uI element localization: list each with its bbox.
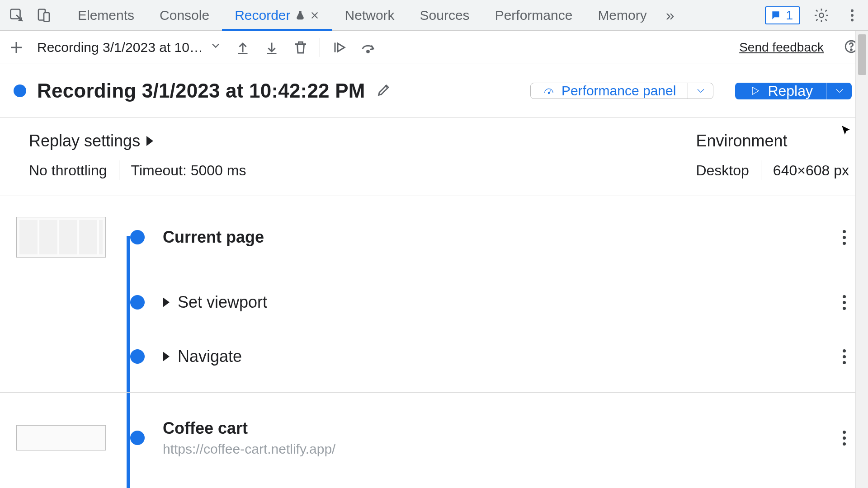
environment-device: Desktop bbox=[696, 162, 749, 179]
performance-panel-caret[interactable] bbox=[688, 83, 713, 99]
svg-rect-2 bbox=[44, 13, 49, 22]
step-play-icon[interactable] bbox=[329, 38, 349, 57]
recording-title: Recording 3/1/2023 at 10:42:22 PM bbox=[37, 80, 365, 102]
replay-caret[interactable] bbox=[826, 83, 852, 99]
step-kebab-icon[interactable] bbox=[836, 431, 852, 446]
timeline-node-icon bbox=[130, 431, 145, 445]
svg-point-3 bbox=[819, 13, 824, 18]
caret-down-icon bbox=[694, 84, 707, 97]
edit-title-icon[interactable] bbox=[376, 82, 392, 99]
step-title: Navigate bbox=[178, 347, 242, 366]
svg-point-10 bbox=[548, 92, 549, 94]
replay-label: Replay bbox=[768, 83, 813, 99]
chevron-down-icon bbox=[209, 39, 222, 55]
step-kebab-icon[interactable] bbox=[836, 349, 852, 364]
inspect-element-icon[interactable] bbox=[7, 6, 26, 25]
settings-divider bbox=[761, 160, 761, 180]
group-divider bbox=[0, 392, 868, 393]
timeline-node-icon bbox=[130, 295, 145, 310]
devtools-tabstrip: Elements Console Recorder Network Source… bbox=[0, 0, 868, 31]
replay-settings-section: Replay settings No throttling Timeout: 5… bbox=[0, 118, 868, 196]
issues-badge[interactable]: 1 bbox=[765, 6, 800, 24]
settings-gear-icon[interactable] bbox=[812, 6, 831, 25]
step-title: Coffee cart bbox=[163, 419, 248, 438]
recording-titlebar: Recording 3/1/2023 at 10:42:22 PM Perfor… bbox=[0, 64, 868, 117]
scrollbar-thumb[interactable] bbox=[858, 34, 866, 75]
recording-selector[interactable]: Recording 3/1/2023 at 10… bbox=[35, 38, 224, 57]
svg-point-4 bbox=[851, 9, 854, 12]
tab-memory[interactable]: Memory bbox=[585, 0, 659, 30]
svg-point-9 bbox=[851, 49, 852, 50]
svg-point-5 bbox=[851, 14, 854, 17]
performance-panel-label: Performance panel bbox=[561, 83, 676, 99]
environment-heading: Environment bbox=[696, 131, 849, 150]
steps-list: Current page Set viewport Navigate bbox=[0, 209, 868, 465]
send-feedback-link[interactable]: Send feedback bbox=[739, 40, 824, 55]
step-url: https://coffee-cart.netlify.app/ bbox=[163, 441, 335, 457]
tab-sources[interactable]: Sources bbox=[407, 0, 482, 30]
step-thumbnail bbox=[16, 217, 106, 258]
throttling-value: No throttling bbox=[29, 162, 107, 179]
experiment-icon bbox=[295, 10, 305, 20]
more-tabs-chevron-icon[interactable]: » bbox=[660, 0, 681, 30]
close-tab-icon[interactable] bbox=[310, 10, 320, 20]
play-icon bbox=[749, 84, 761, 97]
disclosure-triangle-icon[interactable] bbox=[163, 297, 170, 307]
caret-down-icon bbox=[833, 84, 846, 97]
timeline-node-icon bbox=[130, 230, 145, 244]
step-kebab-icon[interactable] bbox=[836, 295, 852, 310]
environment-viewport: 640×608 px bbox=[773, 162, 849, 179]
step-title: Set viewport bbox=[178, 293, 267, 312]
step-row[interactable]: Coffee cart https://coffee-cart.netlify.… bbox=[16, 411, 852, 465]
step-title: Current page bbox=[163, 228, 264, 247]
disclosure-triangle-icon bbox=[146, 136, 153, 146]
recording-selector-label: Recording 3/1/2023 at 10… bbox=[37, 40, 203, 55]
scrollbar[interactable] bbox=[855, 31, 868, 488]
step-thumbnail bbox=[16, 425, 106, 450]
disclosure-triangle-icon[interactable] bbox=[163, 352, 170, 361]
toolbar-divider bbox=[320, 38, 320, 57]
settings-divider bbox=[119, 160, 119, 180]
tab-performance[interactable]: Performance bbox=[482, 0, 585, 30]
performance-panel-button[interactable]: Performance panel bbox=[530, 83, 713, 99]
svg-point-7 bbox=[367, 50, 369, 52]
replay-settings-toggle[interactable]: Replay settings bbox=[29, 131, 246, 150]
step-over-icon[interactable] bbox=[358, 38, 378, 57]
recording-status-dot-icon bbox=[14, 84, 26, 97]
import-recording-icon[interactable] bbox=[233, 38, 253, 57]
gauge-icon bbox=[542, 84, 555, 97]
step-kebab-icon[interactable] bbox=[836, 230, 852, 245]
replay-button[interactable]: Replay bbox=[735, 83, 852, 99]
delete-recording-icon[interactable] bbox=[291, 38, 311, 57]
timeline-node-icon bbox=[130, 349, 145, 364]
tab-console[interactable]: Console bbox=[147, 0, 222, 30]
device-toolbar-icon[interactable] bbox=[34, 6, 53, 25]
step-row[interactable]: Navigate bbox=[16, 339, 852, 374]
svg-point-6 bbox=[851, 19, 854, 21]
step-row[interactable]: Set viewport bbox=[16, 285, 852, 320]
new-recording-icon[interactable] bbox=[6, 38, 26, 57]
tab-network[interactable]: Network bbox=[332, 0, 407, 30]
section-divider bbox=[0, 196, 868, 196]
issues-count: 1 bbox=[786, 8, 793, 23]
tab-recorder[interactable]: Recorder bbox=[222, 0, 332, 30]
timeout-value: Timeout: 5000 ms bbox=[131, 162, 246, 179]
step-row[interactable]: Current page bbox=[16, 209, 852, 266]
recorder-toolbar: Recording 3/1/2023 at 10… Send feedback bbox=[0, 31, 868, 64]
replay-settings-heading: Replay settings bbox=[29, 131, 140, 150]
export-recording-icon[interactable] bbox=[262, 38, 282, 57]
kebab-menu-icon[interactable] bbox=[843, 6, 862, 25]
tab-elements[interactable]: Elements bbox=[65, 0, 147, 30]
